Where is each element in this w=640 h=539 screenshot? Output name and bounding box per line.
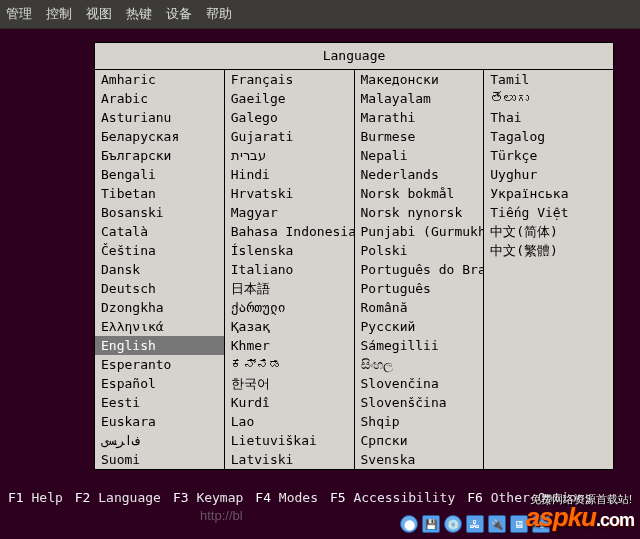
language-option[interactable]: ქართული xyxy=(225,298,354,317)
language-option[interactable]: Nederlands xyxy=(355,165,484,184)
language-option[interactable]: עברית xyxy=(225,146,354,165)
language-option[interactable]: Tamil xyxy=(484,70,613,89)
language-column: TamilతెలుగుThaiTagalogTürkçeUyghurУкраїн… xyxy=(484,70,613,469)
language-option[interactable]: Română xyxy=(355,298,484,317)
language-option[interactable]: Slovenščina xyxy=(355,393,484,412)
fkey-hint: F3 Keymap xyxy=(173,490,243,505)
language-option[interactable]: Português do Brasil xyxy=(355,260,484,279)
language-option[interactable]: Bahasa Indonesia xyxy=(225,222,354,241)
language-option[interactable]: Português xyxy=(355,279,484,298)
language-option[interactable]: Српски xyxy=(355,431,484,450)
tray-icon[interactable]: 🖧 xyxy=(466,515,484,533)
language-option[interactable]: Hindi xyxy=(225,165,354,184)
language-option[interactable]: Deutsch xyxy=(95,279,224,298)
language-option[interactable]: Tiếng Việt xyxy=(484,203,613,222)
language-option[interactable]: 한국어 xyxy=(225,374,354,393)
language-option[interactable]: Nepali xyxy=(355,146,484,165)
language-option[interactable]: Euskara xyxy=(95,412,224,431)
tray-icon[interactable]: ⬤ xyxy=(400,515,418,533)
language-option[interactable]: Khmer xyxy=(225,336,354,355)
tray-icon[interactable]: 🔌 xyxy=(488,515,506,533)
language-option[interactable]: Norsk bokmål xyxy=(355,184,484,203)
language-column: AmharicArabicAsturianuБеларускаяБългарск… xyxy=(95,70,225,469)
language-grid: AmharicArabicAsturianuБеларускаяБългарск… xyxy=(94,70,614,470)
installer-screen: Language AmharicArabicAsturianuБеларуска… xyxy=(0,28,640,539)
language-option[interactable]: తెలుగు xyxy=(484,89,613,108)
language-option[interactable]: Tibetan xyxy=(95,184,224,203)
language-option[interactable]: Lao xyxy=(225,412,354,431)
menu-item[interactable]: 帮助 xyxy=(206,5,232,23)
language-option[interactable]: Esperanto xyxy=(95,355,224,374)
language-option[interactable]: ಕನ್ನಡ xyxy=(225,355,354,374)
language-option[interactable]: Kurdî xyxy=(225,393,354,412)
language-option[interactable]: Español xyxy=(95,374,224,393)
language-option[interactable]: Burmese xyxy=(355,127,484,146)
language-option[interactable]: Arabic xyxy=(95,89,224,108)
language-option[interactable]: Македонски xyxy=(355,70,484,89)
menu-item[interactable]: 设备 xyxy=(166,5,192,23)
fkey-hint: F5 Accessibility xyxy=(330,490,455,505)
fkey-hint: F1 Help xyxy=(8,490,63,505)
language-option[interactable]: Hrvatski xyxy=(225,184,354,203)
language-option[interactable]: Tagalog xyxy=(484,127,613,146)
menu-item[interactable]: 控制 xyxy=(46,5,72,23)
language-option[interactable]: Русский xyxy=(355,317,484,336)
language-option[interactable]: Malayalam xyxy=(355,89,484,108)
language-option[interactable]: Amharic xyxy=(95,70,224,89)
watermark-text: aspku xyxy=(526,502,596,532)
language-column: МакедонскиMalayalamMarathiBurmeseNepaliN… xyxy=(355,70,485,469)
language-option[interactable]: Slovenčina xyxy=(355,374,484,393)
menu-item[interactable]: 视图 xyxy=(86,5,112,23)
language-option[interactable]: Dansk xyxy=(95,260,224,279)
language-title: Language xyxy=(94,42,614,70)
menu-item[interactable]: 管理 xyxy=(6,5,32,23)
fkey-hint: F2 Language xyxy=(75,490,161,505)
language-option[interactable]: Čeština xyxy=(95,241,224,260)
language-option[interactable]: Français xyxy=(225,70,354,89)
language-option[interactable]: Magyar xyxy=(225,203,354,222)
language-option[interactable]: Català xyxy=(95,222,224,241)
language-option[interactable]: 日本語 xyxy=(225,279,354,298)
language-option[interactable]: Asturianu xyxy=(95,108,224,127)
language-option[interactable]: Български xyxy=(95,146,224,165)
language-option[interactable]: Gaeilge xyxy=(225,89,354,108)
language-option[interactable]: Norsk nynorsk xyxy=(355,203,484,222)
language-option[interactable]: Беларуская xyxy=(95,127,224,146)
language-option[interactable]: Қазақ xyxy=(225,317,354,336)
language-option[interactable]: 中文(繁體) xyxy=(484,241,613,260)
language-option[interactable]: Svenska xyxy=(355,450,484,469)
language-option[interactable]: Latviski xyxy=(225,450,354,469)
language-option[interactable]: Shqip xyxy=(355,412,484,431)
language-option[interactable]: Gujarati xyxy=(225,127,354,146)
language-option[interactable]: Suomi xyxy=(95,450,224,469)
language-option[interactable]: Türkçe xyxy=(484,146,613,165)
language-option[interactable]: 中文(简体) xyxy=(484,222,613,241)
language-option[interactable]: Thai xyxy=(484,108,613,127)
language-option[interactable]: සිංහල xyxy=(355,355,484,374)
language-option[interactable]: Bosanski xyxy=(95,203,224,222)
language-option[interactable]: Lietuviškai xyxy=(225,431,354,450)
ghost-url: http://bl xyxy=(200,508,243,523)
language-option[interactable]: Italiano xyxy=(225,260,354,279)
language-option[interactable]: English xyxy=(95,336,224,355)
language-option[interactable]: Uyghur xyxy=(484,165,613,184)
language-option[interactable]: Galego xyxy=(225,108,354,127)
language-option[interactable]: Íslenska xyxy=(225,241,354,260)
tray-icon[interactable]: 💿 xyxy=(444,515,462,533)
language-option[interactable]: Українська xyxy=(484,184,613,203)
language-option[interactable]: Bengali xyxy=(95,165,224,184)
language-column: FrançaisGaeilgeGalegoGujaratiעבריתHindiH… xyxy=(225,70,355,469)
menu-item[interactable]: 热键 xyxy=(126,5,152,23)
language-option[interactable]: Punjabi (Gurmukhi) xyxy=(355,222,484,241)
tray-icon[interactable]: 💾 xyxy=(422,515,440,533)
language-selector: Language AmharicArabicAsturianuБеларуска… xyxy=(94,42,614,470)
language-option[interactable]: Sámegillii xyxy=(355,336,484,355)
language-option[interactable]: Dzongkha xyxy=(95,298,224,317)
language-option[interactable]: Ελληνικά xyxy=(95,317,224,336)
language-option[interactable]: Marathi xyxy=(355,108,484,127)
language-option[interactable]: Polski xyxy=(355,241,484,260)
fkey-hint: F4 Modes xyxy=(255,490,318,505)
vm-menubar[interactable]: 管理控制视图热键设备帮助 xyxy=(0,0,640,29)
language-option[interactable]: ﻑﺍﺮﺴﻯ xyxy=(95,431,224,450)
language-option[interactable]: Eesti xyxy=(95,393,224,412)
